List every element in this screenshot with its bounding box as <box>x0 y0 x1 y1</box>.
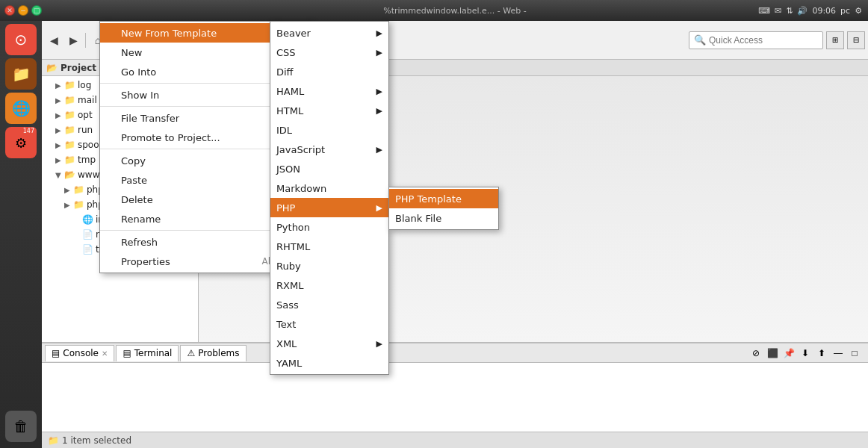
submenu-rhtml[interactable]: RHTML <box>270 237 388 256</box>
close-button[interactable]: ✕ <box>4 5 15 16</box>
arrow-icon: ▶ <box>55 141 64 149</box>
folder-icon: 📁 <box>64 125 75 135</box>
terminal-tab[interactable]: ▤ Terminal <box>116 345 179 361</box>
toolbar-separator <box>85 33 86 48</box>
forward-toolbar-button[interactable]: ▶ <box>64 31 82 49</box>
ctx-label: Rename <box>121 214 285 225</box>
collapse-button[interactable]: ⬇ <box>798 346 813 361</box>
submenu-rxml[interactable]: RXML <box>270 276 388 295</box>
perspective-button-2[interactable]: ⊟ <box>847 31 865 49</box>
ctx-label: Sass <box>276 299 382 311</box>
notification-badge: 147 <box>21 127 37 135</box>
tree-item-label: log <box>78 80 91 90</box>
ctx-label: RHTML <box>276 241 382 252</box>
submenu-beaver[interactable]: Beaver ▶ <box>270 23 388 43</box>
firefox-launcher-icon[interactable]: 🌐 <box>5 93 37 124</box>
folder-icon: 📁 <box>64 95 75 105</box>
clock: 09:06 <box>812 6 836 16</box>
email-icon[interactable]: ✉ <box>775 6 781 16</box>
problems-tab-label: Problems <box>198 348 239 358</box>
tree-item-label: run <box>78 125 93 135</box>
folder-icon: 📁 <box>64 110 75 120</box>
php-file-icon-2: 📄 <box>82 244 93 255</box>
stop-button[interactable]: ⬛ <box>765 346 780 361</box>
submenu-text[interactable]: Text <box>270 314 388 334</box>
problems-tab[interactable]: ⚠ Problems <box>180 345 246 361</box>
submenu-html[interactable]: HTML ▶ <box>270 101 388 120</box>
ctx-label: Markdown <box>276 183 382 194</box>
ctx-label: PHP Template <box>395 193 492 205</box>
maximize-panel-button[interactable]: □ <box>847 346 862 361</box>
ctx-label: Refresh <box>121 237 285 248</box>
trash-launcher-icon[interactable]: 🗑 <box>5 411 37 442</box>
ctx-label: Text <box>276 319 382 330</box>
submenu-diff[interactable]: Diff <box>270 62 388 81</box>
minimize-panel-button[interactable]: — <box>831 346 846 361</box>
system-settings-icon[interactable]: ⚙ <box>855 6 862 16</box>
folder-icon: 📁 <box>64 140 75 150</box>
ctx-label: XML <box>276 338 373 349</box>
maximize-button[interactable]: □ <box>31 5 42 16</box>
arrow-icon: ▶ <box>55 96 64 105</box>
arrow-icon: ▶ <box>55 126 64 134</box>
window-controls[interactable]: ✕ − □ <box>4 5 42 16</box>
folder-icon: 📁 <box>73 199 84 210</box>
submenu-haml[interactable]: HAML ▶ <box>270 81 388 101</box>
submenu-php[interactable]: PHP ▶ <box>270 198 388 217</box>
submenu-javascript[interactable]: JavaScript ▶ <box>270 140 388 159</box>
blank-file-option[interactable]: Blank File <box>389 208 498 228</box>
submenu-xml[interactable]: XML ▶ <box>270 334 388 353</box>
title-bar: ✕ − □ %trimmedwindow.label.e... - Web - … <box>0 0 868 21</box>
tree-item-label: spool <box>78 140 102 150</box>
ctx-label: HTML <box>276 105 373 116</box>
search-icon: 🔍 <box>694 34 706 46</box>
keyboard-icon[interactable]: ⌨ <box>758 6 770 16</box>
ctx-label: Paste <box>121 175 267 186</box>
submenu-json[interactable]: JSON <box>270 159 388 178</box>
arrow-icon: ▶ <box>55 111 64 119</box>
ctx-label: JavaScript <box>276 144 373 155</box>
quick-access-input[interactable] <box>709 35 818 46</box>
submenu-sass[interactable]: Sass <box>270 295 388 314</box>
network-icon[interactable]: ⇅ <box>786 6 793 16</box>
ctx-label: RXML <box>276 280 382 291</box>
php-template-option[interactable]: PHP Template <box>389 189 498 208</box>
folder-open-icon: 📂 <box>64 169 75 180</box>
submenu-ruby[interactable]: Ruby <box>270 256 388 276</box>
quick-access-box[interactable]: 🔍 <box>689 31 823 49</box>
volume-icon[interactable]: 🔊 <box>797 6 807 16</box>
ctx-label: Delete <box>121 194 267 205</box>
arrow-icon: ▶ <box>64 201 73 209</box>
submenu-css[interactable]: CSS ▶ <box>270 43 388 62</box>
minimize-button[interactable]: − <box>18 5 28 16</box>
php-file-icon: 📄 <box>82 229 93 240</box>
problems-icon: ⚠ <box>187 348 195 358</box>
pin-button[interactable]: 📌 <box>781 346 796 361</box>
ubuntu-launcher-icon[interactable]: ⊙ <box>5 24 37 55</box>
ctx-label: Properties <box>121 256 252 267</box>
submenu-idl[interactable]: IDL <box>270 120 388 140</box>
submenu-yaml[interactable]: YAML <box>270 353 388 373</box>
expand-button[interactable]: ⬆ <box>814 346 829 361</box>
window-title: %trimmedwindow.label.e... - Web - <box>46 6 864 16</box>
perspective-button[interactable]: ⊞ <box>826 31 844 49</box>
ctx-label: HAML <box>276 86 373 97</box>
back-toolbar-button[interactable]: ◀ <box>45 31 63 49</box>
bottom-toolbar: ⊘ ⬛ 📌 ⬇ ⬆ — □ <box>748 346 865 361</box>
ctx-label: Diff <box>276 66 382 78</box>
console-tab-close[interactable]: ✕ <box>102 349 108 358</box>
submenu-new-from-template: Beaver ▶ CSS ▶ Diff HAML ▶ HTML ▶ IDL Ja… <box>270 21 389 375</box>
submenu-arrow-icon: ▶ <box>376 339 382 349</box>
submenu-python[interactable]: Python <box>270 217 388 237</box>
tree-item-label: opt <box>78 110 93 120</box>
terminal-icon: ▤ <box>123 348 131 358</box>
console-tab[interactable]: ▤ Console ✕ <box>45 345 114 361</box>
folder-icon: 📁 <box>64 80 75 90</box>
settings-launcher-icon[interactable]: ⚙ 147 <box>5 127 37 158</box>
clear-button[interactable]: ⊘ <box>748 346 763 361</box>
system-tray: ⌨ ✉ ⇅ 🔊 09:06 pc ⚙ <box>752 0 868 21</box>
folder-status-icon: 📁 <box>48 435 59 446</box>
submenu-markdown[interactable]: Markdown <box>270 178 388 198</box>
files-launcher-icon[interactable]: 📁 <box>5 58 37 90</box>
tree-item-label: tmp <box>78 155 96 165</box>
